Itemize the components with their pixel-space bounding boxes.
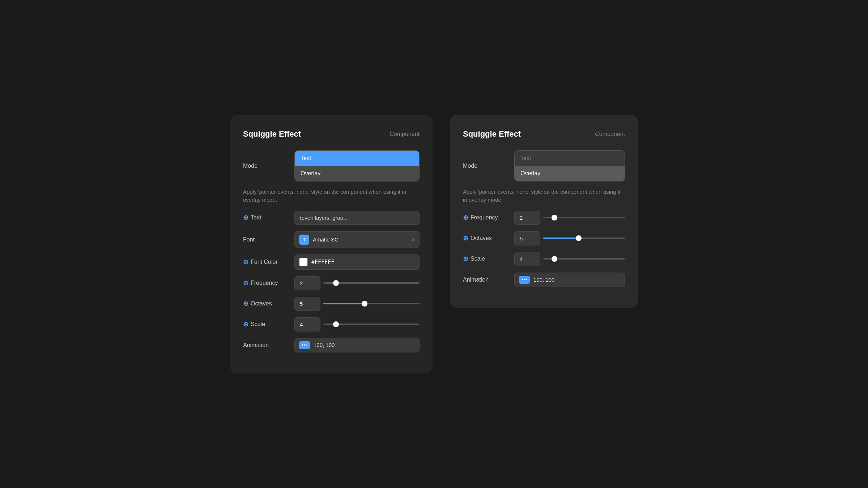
right-scale-number[interactable]: 4 <box>514 252 540 266</box>
font-controls: T Amatic SC × <box>294 231 420 248</box>
right-scale-row: ⊕ Scale 4 <box>463 252 625 266</box>
octaves-label: ⊕ Octaves <box>243 300 290 308</box>
right-panel-subtitle: Component <box>595 131 625 137</box>
right-mode-option-text[interactable]: Text <box>515 151 625 166</box>
frequency-track <box>323 282 420 284</box>
right-octaves-label: ⊕ Octaves <box>463 234 510 242</box>
scale-controls: 4 <box>294 317 420 331</box>
right-frequency-row: ⊕ Frequency 2 <box>463 211 625 225</box>
right-octaves-track <box>543 237 625 239</box>
right-frequency-slider[interactable] <box>543 217 625 218</box>
frequency-row: ⊕ Frequency 2 <box>243 276 420 290</box>
octaves-number[interactable]: 5 <box>294 297 320 311</box>
right-mode-dropdown[interactable]: Text Overlay <box>514 150 625 181</box>
text-plus-icon: ⊕ <box>243 214 248 222</box>
color-swatch <box>299 258 308 266</box>
right-animation-controls: ••• 100, 100 <box>514 273 625 287</box>
left-panel-subtitle: Component <box>390 131 420 137</box>
mode-controls: Text Overlay <box>294 150 420 181</box>
octaves-controls: 5 <box>294 297 420 311</box>
right-animation-value: 100, 100 <box>533 277 554 283</box>
right-frequency-controls: 2 <box>514 211 625 225</box>
right-animation-row: Animation ••• 100, 100 <box>463 273 625 287</box>
right-panel: Squiggle Effect Component Mode Text Over… <box>450 115 638 308</box>
right-frequency-number[interactable]: 2 <box>514 211 540 225</box>
octaves-slider[interactable] <box>323 303 420 304</box>
mode-label: Mode <box>243 163 290 169</box>
right-frequency-label: ⊕ Frequency <box>463 214 510 222</box>
right-frequency-track <box>543 217 625 218</box>
mode-row: Mode Text Overlay <box>243 150 420 181</box>
frequency-number[interactable]: 2 <box>294 276 320 290</box>
right-frequency-plus-icon: ⊕ <box>463 214 468 222</box>
scale-track <box>323 324 420 325</box>
scale-label: ⊕ Scale <box>243 320 290 328</box>
animation-row: Animation ••• 100, 100 <box>243 338 420 352</box>
right-animation-field[interactable]: ••• 100, 100 <box>514 273 625 287</box>
right-octaves-row: ⊕ Octaves 5 <box>463 231 625 245</box>
left-panel-header: Squiggle Effect Component <box>243 129 420 139</box>
font-color-label: ⊕ Font Color <box>243 258 290 266</box>
right-scale-controls: 4 <box>514 252 625 266</box>
font-field[interactable]: T Amatic SC × <box>294 231 420 248</box>
text-label: ⊕ Text <box>243 214 290 222</box>
animation-label: Animation <box>243 342 290 348</box>
right-octaves-slider[interactable] <box>543 237 625 239</box>
scale-slider[interactable] <box>323 324 420 325</box>
mode-dropdown[interactable]: Text Overlay <box>294 150 420 181</box>
right-mode-options-list: Text Overlay <box>514 150 625 181</box>
font-close-icon[interactable]: × <box>412 237 415 243</box>
right-mode-option-overlay[interactable]: Overlay <box>515 166 625 181</box>
left-panel: Squiggle Effect Component Mode Text Over… <box>230 115 433 373</box>
right-scale-track <box>543 258 625 260</box>
hint-text: Apply 'pointer-events: none' style on th… <box>243 188 420 204</box>
right-octaves-controls: 5 <box>514 231 625 245</box>
font-label: Font <box>243 236 290 243</box>
font-name: Amatic SC <box>313 236 408 243</box>
frequency-slider[interactable] <box>323 282 420 284</box>
animation-field[interactable]: ••• 100, 100 <box>294 338 420 352</box>
text-row: ⊕ Text <box>243 211 420 225</box>
right-panel-header: Squiggle Effect Component <box>463 129 625 139</box>
frequency-thumb[interactable] <box>333 280 339 286</box>
frequency-controls: 2 <box>294 276 420 290</box>
left-panel-title: Squiggle Effect <box>243 129 301 139</box>
color-value: #FFFFFF <box>311 259 334 265</box>
scale-number[interactable]: 4 <box>294 317 320 331</box>
text-controls <box>294 211 420 225</box>
animation-dots-icon: ••• <box>299 341 310 349</box>
octaves-track <box>323 303 420 304</box>
right-frequency-thumb[interactable] <box>552 215 557 221</box>
right-mode-label: Mode <box>463 163 510 169</box>
right-panel-title: Squiggle Effect <box>463 129 521 139</box>
frequency-plus-icon: ⊕ <box>243 279 248 287</box>
mode-option-text[interactable]: Text <box>295 151 419 166</box>
font-color-plus-icon: ⊕ <box>243 258 248 266</box>
font-icon: T <box>299 235 309 245</box>
scale-thumb[interactable] <box>333 321 339 327</box>
animation-value: 100, 100 <box>314 342 335 348</box>
right-octaves-number[interactable]: 5 <box>514 231 540 245</box>
octaves-plus-icon: ⊕ <box>243 300 248 308</box>
right-scale-plus-icon: ⊕ <box>463 255 468 263</box>
scale-row: ⊕ Scale 4 <box>243 317 420 331</box>
right-scale-label: ⊕ Scale <box>463 255 510 263</box>
animation-controls: ••• 100, 100 <box>294 338 420 352</box>
panels-container: Squiggle Effect Component Mode Text Over… <box>230 115 638 373</box>
octaves-thumb[interactable] <box>362 301 367 307</box>
color-field[interactable]: #FFFFFF <box>294 254 420 270</box>
octaves-row: ⊕ Octaves 5 <box>243 297 420 311</box>
text-input[interactable] <box>294 211 420 225</box>
right-animation-label: Animation <box>463 277 510 283</box>
right-animation-dots-icon: ••• <box>519 276 530 284</box>
right-octaves-thumb[interactable] <box>576 235 582 241</box>
mode-option-overlay[interactable]: Overlay <box>295 166 419 181</box>
font-row: Font T Amatic SC × <box>243 231 420 248</box>
right-scale-slider[interactable] <box>543 258 625 260</box>
right-scale-thumb[interactable] <box>552 256 557 262</box>
font-color-row: ⊕ Font Color #FFFFFF <box>243 254 420 270</box>
right-mode-row: Mode Text Overlay <box>463 150 625 181</box>
right-mode-controls: Text Overlay <box>514 150 625 181</box>
mode-options-list: Text Overlay <box>294 150 420 181</box>
scale-plus-icon: ⊕ <box>243 320 248 328</box>
